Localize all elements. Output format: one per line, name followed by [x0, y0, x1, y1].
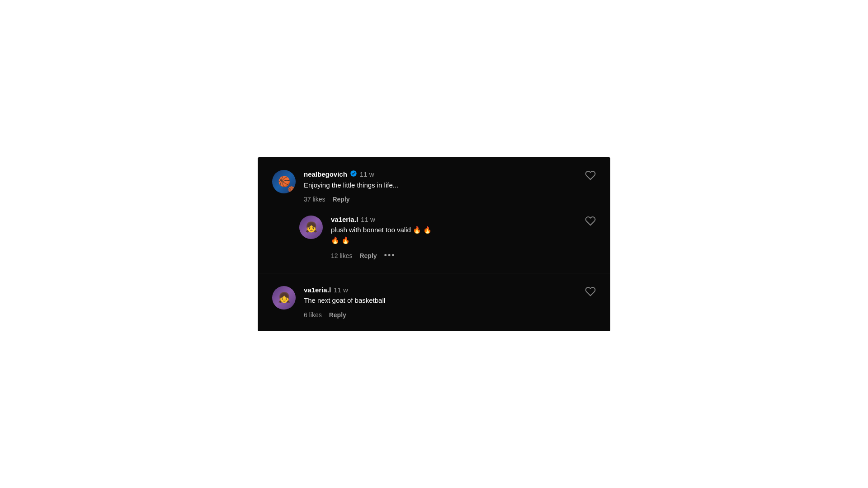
comment-2-header: va1eria.l 11 w [331, 216, 577, 223]
avatar-image-1: 🏀 [272, 170, 296, 193]
top-comment-section: 🏀 nealbegovich 11 w Enjoying the little … [258, 157, 610, 274]
timestamp-3: 11 w [334, 286, 348, 294]
username-1: nealbegovich [304, 170, 347, 178]
avatar-valeria-1: 👧 [299, 216, 323, 239]
avatar-image-2: 👧 [299, 216, 323, 239]
comment-text-2: plush with bonnet too valid 🔥 🔥🔥 🔥 [331, 225, 577, 245]
reply-button-3[interactable]: Reply [329, 311, 346, 319]
like-button-3[interactable] [585, 286, 596, 299]
comment-2-actions: 12 likes Reply ••• [331, 251, 577, 260]
comments-container: 🏀 nealbegovich 11 w Enjoying the little … [258, 157, 610, 331]
comment-1-header: nealbegovich 11 w [304, 170, 577, 178]
comment-3: 👧 va1eria.l 11 w The next goat of basket… [272, 286, 596, 319]
like-button-1[interactable] [585, 170, 596, 183]
comment-1-actions: 37 likes Reply [304, 196, 577, 203]
timestamp-2: 11 w [361, 216, 375, 223]
comment-2: 👧 va1eria.l 11 w plush with bonnet too v… [299, 216, 596, 260]
verified-icon-1 [350, 170, 357, 178]
username-2: va1eria.l [331, 216, 358, 223]
comment-text-3: The next goat of basketball [304, 296, 577, 306]
comment-1-content: nealbegovich 11 w Enjoying the little th… [304, 170, 577, 203]
comment-text-1: Enjoying the little things in life... [304, 180, 577, 191]
comment-3-content: va1eria.l 11 w The next goat of basketba… [304, 286, 577, 319]
bottom-comment-section: 👧 va1eria.l 11 w The next goat of basket… [258, 273, 610, 331]
comment-3-header: va1eria.l 11 w [304, 286, 577, 294]
reply-button-2[interactable]: Reply [359, 252, 377, 259]
timestamp-1: 11 w [360, 170, 374, 178]
likes-count-3: 6 likes [304, 311, 322, 319]
avatar-image-3: 👧 [272, 286, 296, 310]
avatar-nealbegovich: 🏀 [272, 170, 296, 193]
avatar-valeria-2: 👧 [272, 286, 296, 310]
more-options-2[interactable]: ••• [384, 251, 396, 260]
like-button-2[interactable] [585, 216, 596, 228]
comment-2-content: va1eria.l 11 w plush with bonnet too val… [331, 216, 577, 260]
likes-count-2: 12 likes [331, 252, 352, 259]
comment-1: 🏀 nealbegovich 11 w Enjoying the little … [272, 170, 596, 203]
username-3: va1eria.l [304, 286, 331, 294]
reply-button-1[interactable]: Reply [332, 196, 349, 203]
comment-3-actions: 6 likes Reply [304, 311, 577, 319]
likes-count-1: 37 likes [304, 196, 325, 203]
